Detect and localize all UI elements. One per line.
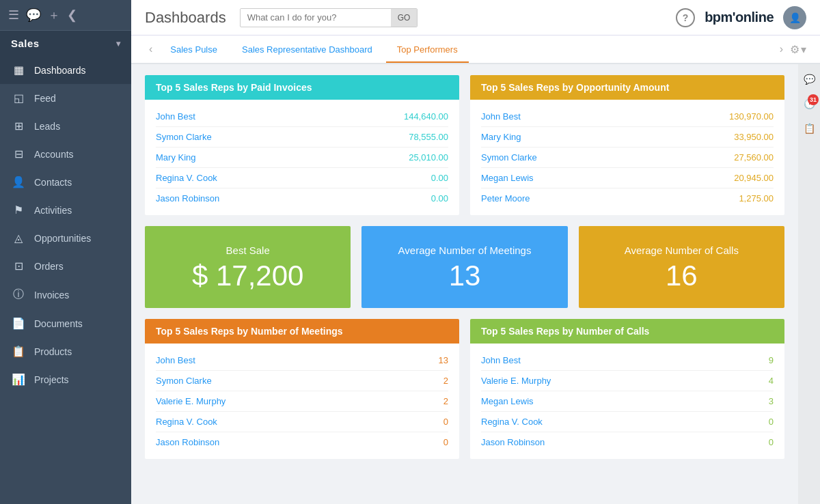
rep-name: Jason Robinson (481, 437, 545, 447)
search-input[interactable] (241, 9, 391, 26)
sidebar-item-leads[interactable]: ⊞ Leads (0, 112, 131, 140)
sidebar-item-projects[interactable]: 📊 Projects (0, 365, 131, 393)
rep-name: Mary King (156, 152, 196, 163)
sidebar-item-label: Leads (34, 121, 60, 132)
main-area: Dashboards GO ? bpm'online 👤 ‹ Sales Pul… (131, 0, 820, 504)
sidebar-item-products[interactable]: 📋 Products (0, 337, 131, 365)
add-icon[interactable]: ＋ (48, 7, 60, 23)
rep-name: Valerie E. Murphy (156, 396, 226, 406)
card-top5-opportunity-header: Top 5 Sales Reps by Opportunity Amount (470, 75, 784, 100)
table-row: Peter Moore 1,275.00 (481, 188, 774, 208)
help-button[interactable]: ? (676, 8, 695, 27)
tab-next-icon[interactable]: › (776, 43, 787, 55)
rep-value: 1,275.00 (739, 193, 774, 204)
metric-avg-calls-value: 16 (666, 262, 698, 290)
products-icon: 📋 (11, 345, 26, 358)
right-panel-clipboard-icon[interactable]: 📋 (800, 119, 819, 138)
rep-name: Symon Clarke (481, 152, 537, 163)
table-row: Symon Clarke 27,560.00 (481, 148, 774, 168)
rep-name: Valerie E. Murphy (481, 376, 551, 386)
card-top5-calls-header: Top 5 Sales Reps by Number of Calls (470, 319, 784, 344)
sidebar-item-dashboards[interactable]: ▦ Dashboards (0, 56, 131, 84)
accounts-icon: ⊟ (11, 148, 26, 160)
search-bar: GO (240, 8, 418, 27)
table-row: Jason Robinson 0 (481, 432, 774, 452)
settings-chevron-icon: ▾ (801, 43, 806, 56)
rep-value: 2 (443, 396, 448, 406)
table-row: Mary King 33,950.00 (481, 127, 774, 148)
chevron-down-icon: ▾ (116, 39, 121, 48)
feed-icon: ◱ (11, 92, 26, 104)
rep-name: Jason Robinson (156, 437, 219, 447)
rep-value: 0 (769, 437, 774, 447)
sidebar-sales-header[interactable]: Sales ▾ (0, 31, 131, 56)
sidebar-item-label: Opportunities (34, 233, 91, 244)
sidebar-item-label: Orders (34, 261, 64, 272)
collapse-icon[interactable]: ❮ (67, 8, 77, 23)
card-top5-opportunity: Top 5 Sales Reps by Opportunity Amount J… (470, 75, 784, 215)
rep-name: Regina V. Cook (156, 173, 217, 183)
rep-value: 0 (443, 417, 448, 427)
card-top5-invoices: Top 5 Sales Reps by Paid Invoices John B… (145, 75, 459, 215)
rep-name: Symon Clarke (156, 376, 212, 386)
metric-avg-calls: Average Number of Calls 16 (579, 226, 784, 308)
tab-top-performers[interactable]: Top Performers (386, 38, 469, 63)
rep-name: Mary King (481, 132, 521, 142)
metric-avg-meetings: Average Number of Meetings 13 (361, 226, 567, 308)
table-row: Megan Lewis 20,945.00 (481, 168, 774, 188)
table-row: John Best 13 (156, 350, 448, 371)
sidebar-item-label: Documents (34, 318, 83, 329)
metric-best-sale: Best Sale $ 17,200 (145, 226, 351, 308)
row-top5-activities: Top 5 Sales Reps by Number of Meetings J… (145, 319, 784, 459)
leads-icon: ⊞ (11, 120, 26, 132)
table-row: Symon Clarke 78,555.00 (156, 127, 448, 148)
tab-sales-rep[interactable]: Sales Representative Dashboard (231, 38, 383, 63)
row-metrics: Best Sale $ 17,200 Average Number of Mee… (145, 226, 784, 308)
menu-icon[interactable]: ☰ (8, 8, 19, 23)
rep-value: 0 (769, 417, 774, 427)
sidebar-item-feed[interactable]: ◱ Feed (0, 84, 131, 112)
sidebar-item-accounts[interactable]: ⊟ Accounts (0, 140, 131, 168)
sidebar-item-activities[interactable]: ⚑ Activities (0, 196, 131, 224)
sidebar-item-opportunities[interactable]: ◬ Opportunities (0, 224, 131, 252)
metric-best-sale-value: $ 17,200 (192, 262, 304, 290)
table-row: Regina V. Cook 0 (481, 412, 774, 432)
table-row: John Best 130,970.00 (481, 107, 774, 127)
tab-prev-icon[interactable]: ‹ (145, 43, 156, 55)
metric-avg-calls-label: Average Number of Calls (625, 244, 739, 256)
table-row: John Best 9 (481, 350, 774, 371)
sidebar-item-label: Feed (34, 93, 56, 104)
rep-value: 20,945.00 (734, 173, 774, 183)
tab-settings-button[interactable]: ⚙ ▾ (790, 43, 806, 56)
search-go-button[interactable]: GO (391, 9, 418, 27)
sidebar-item-orders[interactable]: ⊡ Orders (0, 252, 131, 280)
tabbar: ‹ Sales Pulse Sales Representative Dashb… (131, 36, 820, 64)
card-top5-meetings-header: Top 5 Sales Reps by Number of Meetings (145, 319, 459, 344)
documents-icon: 📄 (11, 317, 26, 330)
card-top5-meetings-body: John Best 13 Symon Clarke 2 Valerie E. M… (145, 344, 459, 459)
sidebar: ☰ 💬 ＋ ❮ Sales ▾ ▦ Dashboards ◱ Feed ⊞ Le… (0, 0, 131, 504)
topbar: Dashboards GO ? bpm'online 👤 (131, 0, 820, 36)
sidebar-item-invoices[interactable]: ⓘ Invoices (0, 280, 131, 309)
table-row: Regina V. Cook 0.00 (156, 168, 448, 188)
table-row: Mary King 25,010.00 (156, 148, 448, 168)
table-row: Valerie E. Murphy 2 (156, 391, 448, 412)
card-top5-calls-body: John Best 9 Valerie E. Murphy 4 Megan Le… (470, 344, 784, 459)
rep-name: Jason Robinson (156, 193, 219, 204)
sidebar-item-documents[interactable]: 📄 Documents (0, 309, 131, 337)
row-top5: Top 5 Sales Reps by Paid Invoices John B… (145, 75, 784, 215)
rep-value: 9 (769, 355, 774, 365)
chat-icon[interactable]: 💬 (26, 8, 41, 23)
sidebar-item-contacts[interactable]: 👤 Contacts (0, 168, 131, 196)
contacts-icon: 👤 (11, 176, 26, 188)
right-panel-chat-icon[interactable]: 💬 (800, 70, 819, 89)
metric-best-sale-label: Best Sale (226, 244, 270, 256)
table-row: Symon Clarke 2 (156, 371, 448, 391)
table-row: Megan Lewis 3 (481, 391, 774, 412)
tab-sales-pulse[interactable]: Sales Pulse (159, 38, 228, 63)
rep-value: 27,560.00 (734, 152, 774, 163)
card-top5-opportunity-body: John Best 130,970.00 Mary King 33,950.00… (470, 100, 784, 215)
sidebar-item-label: Products (34, 346, 72, 357)
rep-value: 3 (769, 396, 774, 406)
avatar[interactable]: 👤 (783, 6, 806, 29)
